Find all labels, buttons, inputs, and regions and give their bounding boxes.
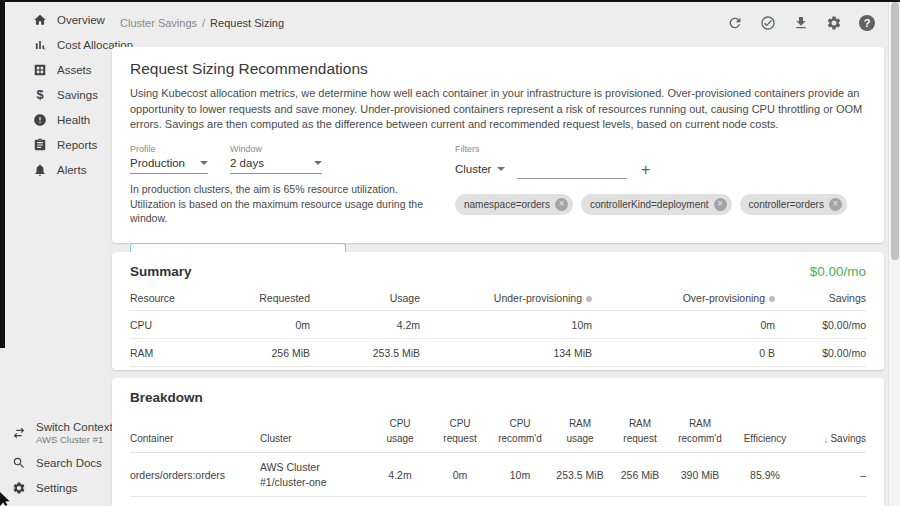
check-circle-icon[interactable]: [760, 15, 776, 31]
profile-label: Profile: [130, 144, 208, 154]
bell-icon: [33, 163, 47, 177]
sidebar-item-health[interactable]: Health: [5, 107, 105, 132]
download-icon[interactable]: [793, 15, 809, 31]
scrollbar-thumb[interactable]: [891, 2, 899, 260]
sidebar-item-alerts[interactable]: Alerts: [5, 157, 105, 182]
sidebar-item-label: Settings: [36, 482, 78, 494]
refresh-icon[interactable]: [727, 15, 743, 31]
summary-total-savings: $0.00/mo: [810, 264, 866, 279]
mouse-cursor: [0, 492, 11, 506]
window-left-edge: [0, 0, 5, 348]
clipboard-icon: [33, 138, 47, 152]
breadcrumb-parent[interactable]: Cluster Savings: [120, 17, 197, 29]
summary-title: Summary: [130, 264, 192, 279]
sidebar-item-cost-allocation[interactable]: Cost Allocation: [5, 32, 105, 57]
remove-chip-icon[interactable]: ×: [714, 198, 727, 211]
summary-card: Summary $0.00/mo Resource Requested Usag…: [112, 252, 884, 370]
health-alert-icon: [33, 113, 47, 127]
page-title: Request Sizing Recommendations: [130, 47, 866, 78]
remove-chip-icon[interactable]: ×: [555, 198, 568, 211]
vertical-scrollbar[interactable]: [888, 0, 900, 506]
swap-arrows-icon: [12, 426, 26, 440]
sidebar-item-label: Savings: [57, 89, 98, 101]
cluster-cell: AWS Cluster #1/cluster-one: [260, 460, 370, 489]
sidebar-item-label: Health: [57, 114, 90, 126]
gear-icon: [12, 481, 26, 495]
chevron-down-icon: [200, 161, 208, 165]
help-icon[interactable]: ?: [859, 15, 875, 31]
filter-type-select[interactable]: Cluster: [455, 160, 503, 179]
filter-chip: namespace=orders ×: [455, 194, 573, 215]
summary-table-header: Resource Requested Usage Under-provision…: [130, 285, 866, 311]
sidebar-item-label: Assets: [57, 64, 92, 76]
breakdown-title: Breakdown: [130, 378, 866, 405]
topbar-actions: ?: [727, 15, 875, 31]
table-row[interactable]: orders/orders:orders AWS Cluster #1/clus…: [130, 453, 866, 497]
sidebar-item-settings[interactable]: Settings: [5, 475, 105, 500]
sidebar-item-assets[interactable]: Assets: [5, 57, 105, 82]
sidebar-item-search-docs[interactable]: Search Docs: [5, 450, 105, 475]
filters-label: Filters: [455, 144, 847, 154]
sort-desc-icon: ↓: [823, 433, 828, 448]
sidebar: Overview Cost Allocation Assets $ Saving…: [5, 2, 105, 506]
window-select[interactable]: 2 days: [230, 154, 322, 174]
window-label: Window: [230, 144, 322, 154]
dollar-icon: $: [33, 88, 47, 102]
current-cluster-label: AWS Cluster #1: [36, 434, 113, 446]
settings-icon[interactable]: [826, 15, 842, 31]
add-filter-icon[interactable]: +: [641, 162, 650, 179]
table-row: RAM 256 MiB 253.5 MiB 134 MiB 0 B $0.00/…: [130, 339, 866, 367]
sidebar-item-label: Alerts: [57, 164, 86, 176]
profile-select[interactable]: Production: [130, 154, 208, 174]
filter-value-input[interactable]: [517, 161, 627, 179]
window-top-edge: [0, 0, 900, 2]
breakdown-table-header: Container Cluster CPUusage CPUrequest CP…: [130, 407, 866, 453]
sidebar-item-switch-context[interactable]: Switch Context AWS Cluster #1: [5, 416, 105, 450]
profile-helper-text: In production clusters, the aim is 65% r…: [130, 182, 440, 226]
breadcrumb-current: Request Sizing: [210, 17, 284, 29]
sidebar-item-reports[interactable]: Reports: [5, 132, 105, 157]
window-select-group: Window 2 days: [230, 144, 322, 174]
remove-chip-icon[interactable]: ×: [829, 198, 842, 211]
filter-chip: controller=orders ×: [740, 194, 847, 215]
breadcrumb: Cluster Savings/Request Sizing: [120, 17, 284, 29]
page-description: Using Kubecost allocation metrics, we de…: [130, 86, 866, 133]
filters-section: Filters Cluster + namespace=orders × con…: [455, 144, 847, 226]
request-sizing-card: Request Sizing Recommendations Using Kub…: [112, 47, 884, 243]
sidebar-item-label: Overview: [57, 14, 105, 26]
breakdown-card: Breakdown Container Cluster CPUusage CPU…: [112, 378, 884, 506]
home-icon: [33, 13, 47, 27]
sidebar-item-savings[interactable]: $ Savings: [5, 82, 105, 107]
assets-grid-icon: [33, 63, 47, 77]
sidebar-item-label: Reports: [57, 139, 97, 151]
table-row: CPU 0m 4.2m 10m 0m $0.00/mo: [130, 311, 866, 339]
sidebar-item-label: Search Docs: [36, 457, 102, 469]
chevron-down-icon: [497, 167, 505, 171]
filter-chip: controllerKind=deployment ×: [581, 194, 732, 215]
profile-select-group: Profile Production: [130, 144, 208, 174]
chevron-down-icon: [314, 161, 322, 165]
bar-chart-icon: [33, 38, 47, 52]
sidebar-item-overview[interactable]: Overview: [5, 7, 105, 32]
container-cell: orders/orders:orders: [130, 469, 260, 481]
search-icon: [12, 456, 26, 470]
filter-chips: namespace=orders × controllerKind=deploy…: [455, 194, 847, 215]
switch-context-label: Switch Context: [36, 420, 113, 434]
